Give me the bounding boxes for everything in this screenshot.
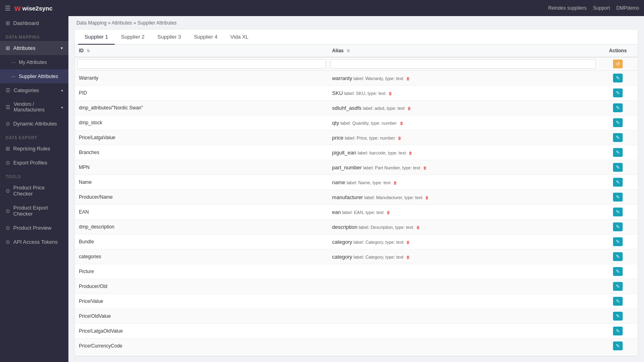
alias-delete-icon[interactable]: 🗑 — [406, 255, 410, 259]
sidebar-item-export-profiles[interactable]: ⊙ Export Profiles — [0, 156, 68, 170]
edit-button[interactable]: ✎ — [613, 267, 623, 276]
cell-alias: name label: Name, type: text 🗑 — [328, 175, 598, 190]
alias-delete-icon[interactable]: 🗑 — [400, 121, 404, 125]
tab-supplier3[interactable]: Supplier 3 — [151, 30, 188, 45]
cell-actions: ✎ — [598, 101, 638, 115]
breadcrumb-data-mapping[interactable]: Data Mapping — [76, 20, 107, 26]
alias-delete-icon[interactable]: 🗑 — [406, 76, 410, 81]
support-link[interactable]: Support — [593, 5, 610, 11]
alias-meta: label: Quantity, type: number 🗑 — [341, 121, 404, 125]
table-row: Price/Value ✎ — [75, 294, 638, 309]
dynamic-attributes-icon: ⊙ — [6, 121, 10, 127]
cell-id: Price/LatgaValue — [75, 130, 328, 145]
alias-delete-icon[interactable]: 🗑 — [407, 106, 411, 111]
alias-delete-icon[interactable]: 🗑 — [393, 181, 397, 185]
logo-icon: w — [14, 4, 21, 13]
column-header-actions: Actions — [598, 45, 638, 57]
cell-alias: description label: Description, type: te… — [328, 220, 598, 234]
edit-button[interactable]: ✎ — [613, 297, 623, 306]
sidebar-item-product-preview[interactable]: ⊙ Product Preview — [0, 221, 68, 235]
alias-delete-icon[interactable]: 🗑 — [416, 225, 420, 230]
sidebar-item-api-access-tokens[interactable]: ⊙ API Access Tokens — [0, 235, 68, 249]
cell-actions: ✎ — [598, 160, 638, 175]
edit-button[interactable]: ✎ — [613, 178, 623, 187]
tab-supplier2[interactable]: Supplier 2 — [115, 30, 151, 45]
cell-id: Price/CurrencyCode — [75, 339, 328, 354]
cell-alias: ean label: EAN, type: text 🗑 — [328, 205, 598, 220]
table-row: dmp_attributes/"Nordic Swan" sdluhf_asdf… — [75, 101, 638, 115]
alias-delete-icon[interactable]: 🗑 — [406, 240, 410, 245]
logo[interactable]: w wise2sync — [14, 4, 53, 13]
alias-delete-icon[interactable]: 🗑 — [425, 195, 429, 200]
tab-supplier4[interactable]: Supplier 4 — [188, 30, 224, 45]
column-header-alias: Alias ⇅ — [328, 45, 598, 57]
sidebar-item-categories[interactable]: ☰ Categories ◂ — [0, 83, 68, 97]
edit-button[interactable]: ✎ — [613, 88, 623, 97]
sidebar-item-supplier-attributes[interactable]: ··· Supplier Attributes — [0, 69, 68, 83]
user-menu[interactable]: DMPdemo — [616, 5, 639, 11]
alias-main: manufacturer — [332, 194, 363, 200]
edit-button[interactable]: ✎ — [613, 133, 623, 142]
sidebar-item-repricing-rules[interactable]: ⊞ Repricing Rules — [0, 142, 68, 156]
edit-button[interactable]: ✎ — [613, 74, 623, 82]
tab-vida-xl[interactable]: Vida XL — [224, 30, 255, 45]
edit-button[interactable]: ✎ — [613, 148, 623, 157]
cell-actions: ✎ — [598, 220, 638, 234]
alias-delete-icon[interactable]: 🗑 — [398, 136, 402, 140]
edit-button[interactable]: ✎ — [613, 252, 623, 261]
filter-id-input[interactable] — [77, 59, 326, 69]
cell-alias: qty label: Quantity, type: number 🗑 — [328, 115, 598, 130]
cell-actions: ✎ — [598, 175, 638, 190]
edit-button[interactable]: ✎ — [613, 118, 623, 127]
sidebar-item-product-price-checker[interactable]: ⊙ Product Price Checker — [0, 181, 68, 201]
cell-alias: part_number label: Part Number, type: te… — [328, 160, 598, 175]
alias-sort-icon[interactable]: ⇅ — [347, 49, 350, 53]
edit-button[interactable]: ✎ — [613, 208, 623, 216]
cell-id: Warranty — [75, 71, 328, 86]
sidebar-item-product-export-checker[interactable]: ⊙ Product Export Checker — [0, 201, 68, 221]
sidebar-item-attributes[interactable]: ⊞ Attributes ▾ — [0, 41, 68, 55]
sidebar-section-data-export: DATA EXPORT — [0, 131, 68, 142]
sidebar-label-my-attributes: My Attributes — [19, 60, 47, 65]
cell-actions: ✎ — [598, 249, 638, 264]
sidebar-item-dashboard[interactable]: ⊞ Dashboard — [0, 16, 68, 30]
reindex-suppliers-link[interactable]: Reindex suppliers — [548, 5, 586, 11]
alias-delete-icon[interactable]: 🗑 — [386, 210, 390, 215]
alias-delete-icon[interactable]: 🗑 — [409, 151, 413, 155]
table-row: dmp_description description label: Descr… — [75, 220, 638, 234]
id-sort-icon[interactable]: ⇅ — [87, 49, 90, 53]
cell-alias — [328, 294, 598, 309]
cell-alias: manufacturer label: Manufacturer, type: … — [328, 190, 598, 205]
categories-arrow-icon: ◂ — [61, 88, 63, 93]
menu-icon[interactable]: ☰ — [5, 4, 10, 12]
tab-supplier1[interactable]: Supplier 1 — [78, 30, 115, 45]
alias-meta: label: EAN, type: text 🗑 — [342, 210, 390, 215]
edit-button[interactable]: ✎ — [613, 282, 623, 291]
edit-button[interactable]: ✎ — [613, 193, 623, 202]
sidebar-item-vendors[interactable]: ☰ Vendors / Manufacturers ◂ — [0, 97, 68, 117]
table-row: Producer/Old ✎ — [75, 279, 638, 294]
breadcrumb-attributes[interactable]: Attributes — [111, 20, 132, 26]
sidebar-label-dashboard: Dashboard — [13, 20, 39, 26]
edit-button[interactable]: ✎ — [613, 327, 623, 335]
alias-delete-icon[interactable]: 🗑 — [423, 166, 427, 170]
edit-button[interactable]: ✎ — [613, 163, 623, 172]
sidebar-item-dynamic-attributes[interactable]: ⊙ Dynamic Attributes — [0, 117, 68, 131]
alias-delete-icon[interactable]: 🗑 — [388, 91, 392, 96]
alias-main: qty — [332, 120, 339, 126]
reset-filter-button[interactable]: ↺ — [613, 60, 623, 68]
edit-button[interactable]: ✎ — [613, 341, 623, 350]
supplier-attributes-icon: ··· — [11, 73, 16, 79]
cell-alias: sdluhf_asdfs label: adsd, type: text 🗑 — [328, 101, 598, 115]
alias-meta: label: SKU, type: text 🗑 — [344, 91, 392, 96]
cell-actions: ✎ — [598, 264, 638, 279]
edit-button[interactable]: ✎ — [613, 103, 623, 112]
edit-button[interactable]: ✎ — [613, 237, 623, 246]
edit-button[interactable]: ✎ — [613, 222, 623, 231]
cell-id: categories — [75, 249, 328, 264]
sidebar-section-tools: TOOLS — [0, 170, 68, 181]
alias-main: description — [332, 224, 357, 230]
filter-alias-input[interactable] — [330, 59, 596, 69]
sidebar-item-my-attributes[interactable]: ··· My Attributes — [0, 55, 68, 69]
edit-button[interactable]: ✎ — [613, 312, 623, 321]
